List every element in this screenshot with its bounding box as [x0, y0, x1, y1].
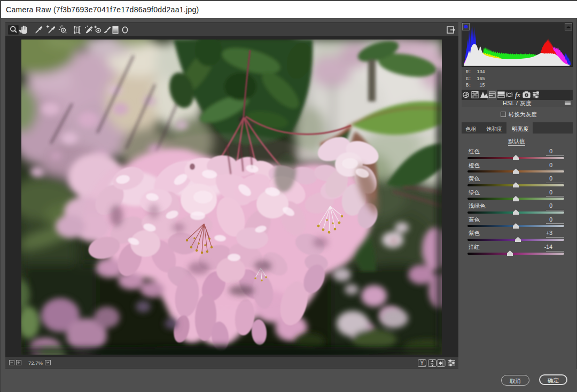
svg-text:Y: Y	[420, 360, 424, 366]
svg-text:72.7%: 72.7%	[28, 360, 43, 366]
svg-text:fx: fx	[515, 91, 520, 99]
